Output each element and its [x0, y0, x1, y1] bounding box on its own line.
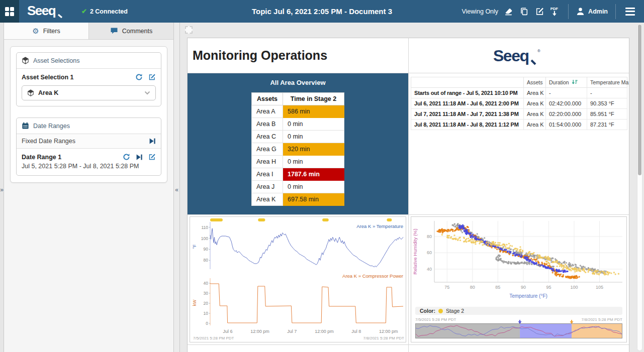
chevrons-right-icon[interactable]: »: [0, 186, 4, 193]
table-header-row: AssetsTime in Stage 2: [252, 93, 344, 105]
svg-text:°F: °F: [192, 245, 197, 249]
connection-status-label: 2 Connected: [90, 8, 128, 15]
page-scrollbar[interactable]: [637, 24, 642, 351]
svg-text:40: 40: [204, 281, 209, 286]
element-drag-handle[interactable]: [185, 26, 193, 34]
table-cell: 87.231 °F: [587, 120, 627, 130]
viewing-only-label: Viewing Only: [462, 8, 498, 15]
svg-text:7/8/2021 5:28 PM PDT: 7/8/2021 5:28 PM PDT: [363, 336, 404, 340]
svg-text:85: 85: [495, 285, 500, 290]
legend-item-label: Stage 2: [446, 308, 464, 314]
pdf-download-icon[interactable]: PDF: [549, 6, 561, 17]
svg-text:30: 30: [204, 291, 209, 296]
connection-status[interactable]: ✔ 2 Connected: [81, 8, 128, 15]
cube-icon: [22, 57, 29, 64]
table-row: Area B0 min: [252, 118, 344, 131]
svg-text:12:00 pm: 12:00 pm: [379, 329, 398, 334]
page-title: Monitoring Operations: [188, 38, 408, 73]
asset-cell: Area G: [252, 143, 283, 156]
table-cell: Area K: [524, 98, 546, 109]
timebar[interactable]: 7/5/2021 5:28 PM PDT7/8/2021 5:28 PM PDT: [411, 316, 626, 342]
chevrons-left-icon[interactable]: «: [174, 186, 179, 193]
sort-icon[interactable]: [572, 79, 578, 85]
table-cell: 01:54:00.000: [546, 120, 587, 130]
seeq-logo[interactable]: Seeq: [27, 3, 66, 20]
table-cell: Area K: [524, 109, 546, 120]
tab-filters-label: Filters: [43, 28, 60, 35]
value-cell: 0 min: [283, 131, 344, 143]
asset-dropdown[interactable]: Area K: [22, 85, 156, 100]
table-row: Area J0 min: [252, 181, 344, 193]
asset-cell: Area H: [252, 156, 283, 168]
heading-cell: Monitoring Operations: [188, 38, 409, 73]
column-header[interactable]: Assets: [524, 77, 546, 88]
asset-selections-panel: Asset Selections Asset Selection 1: [16, 52, 161, 106]
user-menu[interactable]: Admin: [576, 7, 608, 16]
svg-text:60: 60: [427, 250, 432, 255]
value-cell: 697.58 min: [283, 193, 344, 206]
step-forward-button[interactable]: [149, 138, 156, 145]
table-cell: Starts out of range - Jul 5, 2021 10:10 …: [411, 88, 524, 98]
sidebar-collapse-rail-left[interactable]: »: [0, 23, 4, 352]
sidebar-collapse-rail-right[interactable]: «: [173, 23, 180, 352]
waffle-menu-button[interactable]: [0, 0, 19, 23]
edit-icon[interactable]: [534, 6, 545, 17]
value-cell: 0 min: [283, 156, 344, 168]
column-header[interactable]: Duration: [546, 77, 587, 88]
tab-comments[interactable]: Comments: [89, 23, 173, 39]
column-header[interactable]: Temperature Max: [587, 77, 627, 88]
overview-table: AssetsTime in Stage 2 Area A586 minArea …: [251, 92, 344, 206]
eraser-icon[interactable]: [503, 6, 514, 17]
value-cell: 0 min: [283, 181, 344, 193]
svg-text:Area K » Compressor Power: Area K » Compressor Power: [342, 273, 403, 279]
hamburger-menu-button[interactable]: [623, 6, 639, 18]
table-row: Area H0 min: [252, 156, 344, 168]
refresh-button[interactable]: [135, 73, 143, 81]
asset-cell: Area B: [252, 118, 283, 131]
date-range-name: Date Range 1: [22, 154, 61, 161]
value-cell: 586 min: [283, 105, 344, 118]
asset-cell: Area A: [252, 105, 283, 118]
step-forward-icon: [136, 154, 143, 161]
step-forward-button[interactable]: [136, 154, 143, 161]
overview-panel: All Area Overview AssetsTime in Stage 2 …: [188, 73, 408, 214]
table-cell: Jul 8, 2021 11:18 AM - Jul 8, 2021 1:12 …: [411, 120, 524, 130]
svg-text:0: 0: [206, 321, 208, 326]
edit-button[interactable]: [148, 73, 156, 81]
svg-text:7/8/2021 5:28 PM PDT: 7/8/2021 5:28 PM PDT: [582, 317, 622, 322]
edit-icon: [148, 73, 156, 81]
svg-text:PDF: PDF: [550, 6, 559, 11]
scatter-legend: Color: Stage 2: [415, 307, 622, 315]
svg-text:Relative Humidity (%): Relative Humidity (%): [412, 228, 418, 274]
svg-text:75: 75: [444, 285, 449, 290]
table-header-row: AssetsDurationTemperature Max: [411, 77, 627, 88]
step-forward-icon: [149, 138, 156, 145]
tab-filters[interactable]: ⚙ Filters: [4, 23, 89, 39]
table-cell: Jul 7, 2021 11:18 AM - Jul 7, 2021 1:38 …: [411, 109, 524, 120]
table-cell: -: [546, 88, 587, 98]
svg-text:20: 20: [204, 301, 209, 306]
svg-text:Jul 6: Jul 6: [223, 329, 232, 334]
copy-icon[interactable]: [518, 6, 529, 17]
asset-cell: Area J: [252, 181, 283, 193]
refresh-button[interactable]: [123, 153, 130, 161]
svg-text:110: 110: [201, 225, 208, 230]
comment-icon: [110, 27, 118, 35]
column-header: [411, 77, 524, 88]
table-row: Area C0 min: [252, 131, 344, 143]
refresh-icon: [123, 153, 130, 161]
svg-text:Jul 8: Jul 8: [351, 329, 361, 334]
edit-button[interactable]: [148, 153, 156, 161]
condition-table: AssetsDurationTemperature Max Starts out…: [411, 77, 627, 130]
navbar-divider: [615, 4, 616, 19]
svg-text:Temperature (°F): Temperature (°F): [509, 293, 547, 299]
svg-text:®: ®: [537, 49, 540, 53]
svg-text:7/5/2021 5:28 PM PDT: 7/5/2021 5:28 PM PDT: [193, 336, 234, 340]
overview-title: All Area Overview: [188, 79, 408, 86]
scrollbar-thumb[interactable]: [638, 25, 641, 175]
trend-chart[interactable]: 8090100110°FArea K » Temperature01020304…: [190, 216, 406, 342]
scatter-chart[interactable]: 7580859095100105406080Temperature (°F)Re…: [411, 216, 627, 342]
table-row: Jul 6, 2021 11:18 AM - Jul 6, 2021 2:00 …: [411, 98, 627, 109]
edit-icon: [148, 153, 156, 161]
asset-dropdown-value: Area K: [38, 89, 58, 96]
